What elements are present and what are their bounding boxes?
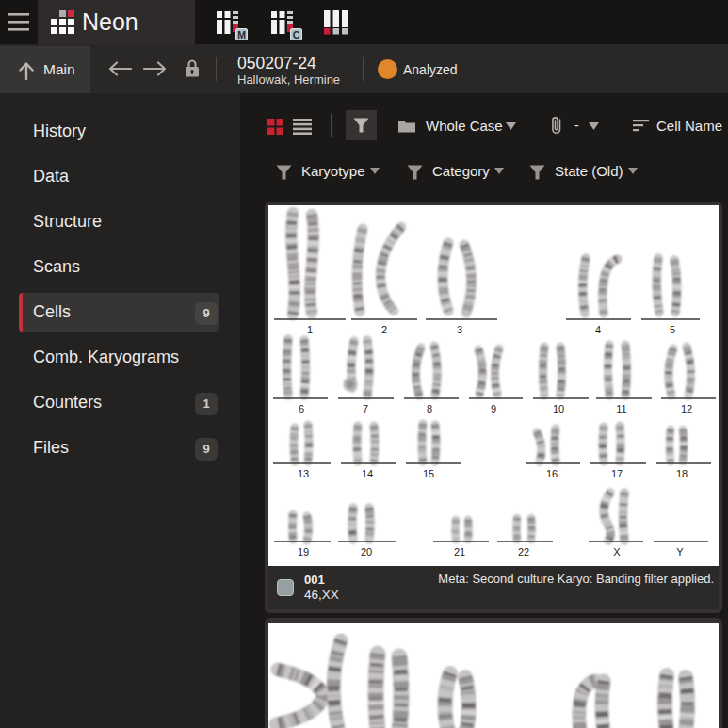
svg-text:1: 1 [307, 324, 313, 335]
svg-text:8: 8 [427, 403, 432, 414]
svg-text:13: 13 [298, 468, 309, 479]
svg-text:X: X [613, 546, 621, 558]
svg-text:10: 10 [553, 403, 564, 414]
svg-text:6: 6 [299, 403, 304, 414]
svg-text:3: 3 [457, 324, 462, 335]
svg-text:11: 11 [616, 403, 626, 414]
svg-text:22: 22 [518, 546, 529, 558]
svg-text:12: 12 [681, 403, 692, 414]
svg-text:16: 16 [546, 468, 558, 479]
svg-text:21: 21 [454, 546, 465, 558]
svg-text:5: 5 [670, 324, 675, 335]
svg-text:2: 2 [381, 324, 387, 335]
svg-text:19: 19 [298, 546, 309, 558]
svg-text:15: 15 [423, 468, 434, 479]
svg-text:9: 9 [491, 403, 496, 414]
svg-text:7: 7 [363, 403, 368, 414]
svg-text:17: 17 [611, 468, 623, 479]
svg-text:20: 20 [361, 546, 372, 558]
svg-text:14: 14 [362, 468, 373, 479]
svg-text:18: 18 [676, 468, 688, 479]
svg-text:Y: Y [676, 546, 684, 558]
svg-text:4: 4 [595, 324, 601, 335]
